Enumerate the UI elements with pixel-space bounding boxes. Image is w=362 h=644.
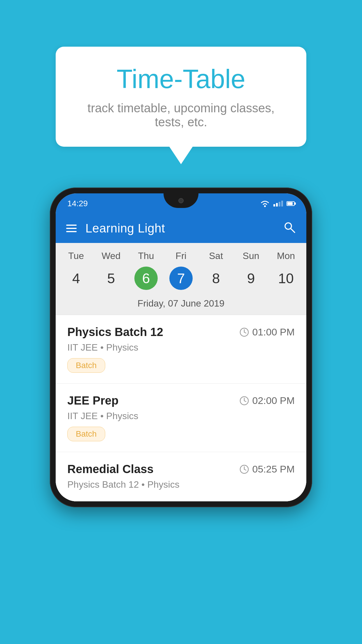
item-3-subtitle: Physics Batch 12 • Physics <box>67 479 295 490</box>
item-3-time: 05:25 PM <box>239 463 295 475</box>
date-8[interactable]: 8 <box>198 264 233 292</box>
app-title: Learning Light <box>85 221 274 235</box>
day-fri: Fri <box>164 248 198 264</box>
phone-mockup: 14:29 <box>50 188 312 507</box>
clock-icon-3 <box>239 464 249 474</box>
bubble-subtitle: track timetable, upcoming classes, tests… <box>79 101 283 129</box>
schedule-list: Physics Batch 12 01:00 PM IIT JEE • Phys… <box>56 315 306 501</box>
clock-icon-1 <box>239 327 249 337</box>
schedule-item-1[interactable]: Physics Batch 12 01:00 PM IIT JEE • Phys… <box>56 315 306 384</box>
date-5[interactable]: 5 <box>94 264 129 292</box>
signal-icon <box>273 201 283 206</box>
speech-bubble-container: Time-Table track timetable, upcoming cla… <box>56 47 306 164</box>
item-3-header: Remedial Class 05:25 PM <box>67 463 295 476</box>
svg-line-11 <box>244 469 246 470</box>
item-1-title: Physics Batch 12 <box>67 326 163 339</box>
day-mon: Mon <box>268 248 303 264</box>
schedule-item-3[interactable]: Remedial Class 05:25 PM Physics Batch 12… <box>56 452 306 501</box>
clock-icon-2 <box>239 396 249 406</box>
item-1-time: 01:00 PM <box>239 326 295 338</box>
svg-point-0 <box>264 205 266 207</box>
menu-line-2 <box>66 228 77 229</box>
menu-line-1 <box>66 225 77 226</box>
dates-row: 4 5 6 7 8 9 <box>56 264 306 297</box>
menu-button[interactable] <box>66 225 77 232</box>
svg-line-5 <box>244 332 246 333</box>
bubble-arrow <box>169 147 193 164</box>
battery-icon <box>287 201 295 206</box>
item-3-title: Remedial Class <box>67 463 154 476</box>
date-10[interactable]: 10 <box>268 264 303 292</box>
date-4[interactable]: 4 <box>59 264 94 292</box>
calendar-section: Tue Wed Thu Fri Sat Sun Mon 4 5 <box>56 243 306 315</box>
day-sat: Sat <box>198 248 233 264</box>
day-tue: Tue <box>59 248 94 264</box>
phone-outer: 14:29 <box>50 188 312 507</box>
item-2-badge: Batch <box>67 427 105 441</box>
item-1-subtitle: IIT JEE • Physics <box>67 342 295 353</box>
item-2-header: JEE Prep 02:00 PM <box>67 394 295 407</box>
status-time: 14:29 <box>67 199 88 208</box>
days-row: Tue Wed Thu Fri Sat Sun Mon <box>56 248 306 264</box>
item-1-badge: Batch <box>67 358 105 373</box>
day-sun: Sun <box>233 248 268 264</box>
bubble-title: Time-Table <box>79 64 283 94</box>
selected-date-label: Friday, 07 June 2019 <box>56 297 306 315</box>
speech-bubble: Time-Table track timetable, upcoming cla… <box>56 47 306 147</box>
status-icons <box>260 200 295 207</box>
item-2-title: JEE Prep <box>67 394 119 407</box>
day-wed: Wed <box>94 248 129 264</box>
svg-point-1 <box>285 223 291 229</box>
svg-line-8 <box>244 401 246 402</box>
svg-line-2 <box>291 229 295 232</box>
date-9[interactable]: 9 <box>233 264 268 292</box>
date-7[interactable]: 7 <box>164 264 198 292</box>
item-1-header: Physics Batch 12 01:00 PM <box>67 326 295 339</box>
date-6[interactable]: 6 <box>129 264 164 292</box>
app-bar: Learning Light <box>56 214 306 243</box>
item-2-subtitle: IIT JEE • Physics <box>67 411 295 421</box>
menu-line-3 <box>66 231 77 232</box>
wifi-icon <box>260 200 270 207</box>
day-thu: Thu <box>129 248 164 264</box>
phone-screen: 14:29 <box>56 193 306 501</box>
notch <box>164 193 198 208</box>
status-bar: 14:29 <box>56 193 306 214</box>
item-2-time: 02:00 PM <box>239 395 295 406</box>
search-icon[interactable] <box>283 221 296 236</box>
camera <box>178 198 184 203</box>
schedule-item-2[interactable]: JEE Prep 02:00 PM IIT JEE • Physics Batc… <box>56 384 306 452</box>
